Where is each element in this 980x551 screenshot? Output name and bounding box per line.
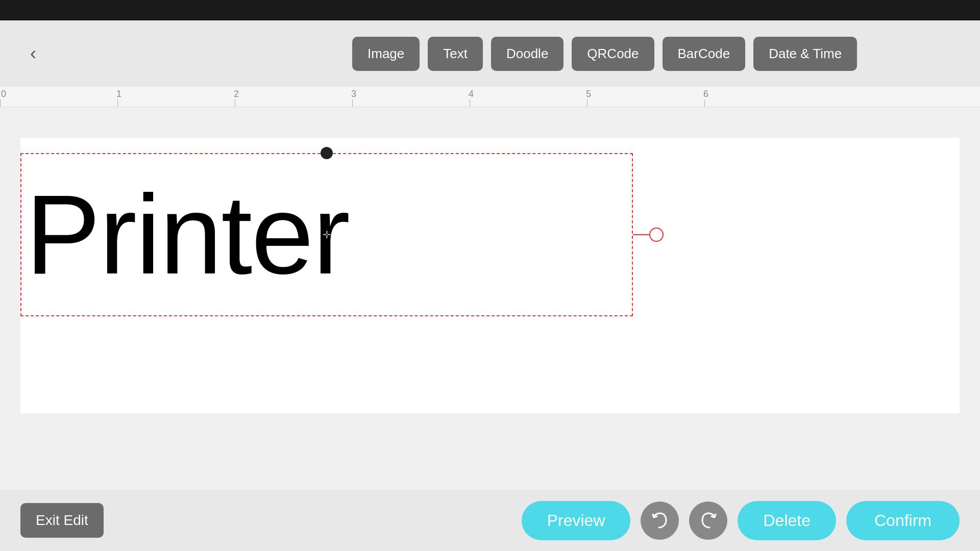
redo-icon: [699, 511, 718, 530]
ruler-tick-6: [704, 99, 705, 107]
ruler-mark-3: 3: [351, 89, 356, 99]
back-button[interactable]: ‹: [20, 41, 46, 66]
top-bar: [0, 0, 980, 20]
ruler-mark-2: 2: [234, 89, 239, 99]
text-content: Printer: [20, 153, 633, 316]
toolbar-buttons: Image Text Doodle QRCode BarCode Date & …: [352, 37, 857, 71]
ruler-tick-2: [235, 99, 235, 107]
bottom-right-buttons: Preview Delete Confirm: [522, 501, 960, 540]
doodle-button[interactable]: Doodle: [491, 37, 564, 71]
preview-button[interactable]: Preview: [522, 501, 631, 540]
ruler-tick-1: [117, 99, 118, 107]
delete-button[interactable]: Delete: [738, 501, 836, 540]
resize-handle-line: [633, 234, 649, 235]
redo-button[interactable]: [689, 502, 727, 540]
text-element[interactable]: Printer ✛: [20, 153, 633, 316]
exit-edit-button[interactable]: Exit Edit: [20, 503, 104, 538]
ruler-tick-4: [470, 99, 470, 107]
undo-button[interactable]: [641, 502, 679, 540]
undo-icon: [651, 511, 669, 530]
header: ‹ Image Text Doodle QRCode BarCode Date …: [0, 20, 980, 87]
ruler-mark-6: 6: [703, 89, 708, 99]
ruler-tick-0: [0, 99, 1, 107]
image-button[interactable]: Image: [352, 37, 420, 71]
barcode-button[interactable]: BarCode: [663, 37, 746, 71]
ruler-marks: 0 1 2 3 4 5 6: [0, 87, 980, 107]
back-arrow-icon: ‹: [30, 43, 36, 64]
text-button[interactable]: Text: [428, 37, 483, 71]
qrcode-button[interactable]: QRCode: [572, 37, 654, 71]
ruler-tick-5: [587, 99, 587, 107]
move-handle[interactable]: [321, 147, 333, 159]
canvas-area: Printer ✛: [0, 107, 980, 505]
confirm-button[interactable]: Confirm: [846, 501, 960, 540]
ruler-mark-0: 0: [1, 89, 6, 99]
ruler: 0 1 2 3 4 5 6: [0, 87, 980, 107]
resize-handle[interactable]: [649, 228, 664, 242]
ruler-mark-1: 1: [116, 89, 121, 99]
datetime-button[interactable]: Date & Time: [753, 37, 857, 71]
bottom-bar: Exit Edit Preview Delete Confirm: [0, 490, 980, 551]
ruler-mark-4: 4: [469, 89, 474, 99]
ruler-mark-5: 5: [586, 89, 591, 99]
ruler-tick-3: [352, 99, 353, 107]
